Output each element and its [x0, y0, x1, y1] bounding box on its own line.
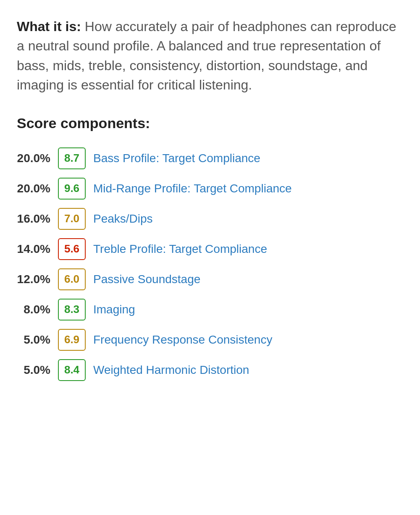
score-badge: 9.6 [58, 178, 86, 200]
score-percent: 14.0% [17, 242, 50, 256]
score-badge: 6.9 [58, 329, 86, 351]
score-percent: 5.0% [17, 333, 50, 347]
section-title: Score components: [17, 115, 403, 131]
score-percent: 20.0% [17, 152, 50, 165]
score-label[interactable]: Bass Profile: Target Compliance [93, 150, 260, 166]
score-badge: 8.3 [58, 299, 86, 321]
score-badge: 6.0 [58, 268, 86, 290]
score-item: 12.0%6.0Passive Soundstage [17, 264, 403, 294]
score-percent: 8.0% [17, 303, 50, 316]
score-item: 16.0%7.0Peaks/Dips [17, 204, 403, 234]
score-label[interactable]: Mid-Range Profile: Target Compliance [93, 181, 292, 197]
score-label[interactable]: Peaks/Dips [93, 211, 153, 227]
score-label[interactable]: Passive Soundstage [93, 271, 200, 287]
score-percent: 12.0% [17, 273, 50, 286]
score-percent: 20.0% [17, 182, 50, 195]
score-badge: 8.4 [58, 359, 86, 381]
score-item: 20.0%9.6Mid-Range Profile: Target Compli… [17, 173, 403, 204]
description-bold: What it is: [17, 19, 81, 34]
score-item: 5.0%6.9Frequency Response Consistency [17, 325, 403, 355]
score-item: 14.0%5.6Treble Profile: Target Complianc… [17, 234, 403, 264]
score-label[interactable]: Weighted Harmonic Distortion [93, 362, 249, 378]
score-percent: 16.0% [17, 212, 50, 226]
score-list: 20.0%8.7Bass Profile: Target Compliance2… [17, 143, 403, 385]
score-label[interactable]: Treble Profile: Target Compliance [93, 241, 267, 257]
description-text: What it is: How accurately a pair of hea… [17, 17, 403, 95]
score-badge: 8.7 [58, 147, 86, 169]
score-label[interactable]: Frequency Response Consistency [93, 332, 272, 348]
score-item: 8.0%8.3Imaging [17, 294, 403, 325]
score-label[interactable]: Imaging [93, 302, 135, 318]
score-badge: 7.0 [58, 208, 86, 230]
score-badge: 5.6 [58, 238, 86, 260]
score-item: 5.0%8.4Weighted Harmonic Distortion [17, 355, 403, 385]
score-percent: 5.0% [17, 363, 50, 377]
score-item: 20.0%8.7Bass Profile: Target Compliance [17, 143, 403, 173]
